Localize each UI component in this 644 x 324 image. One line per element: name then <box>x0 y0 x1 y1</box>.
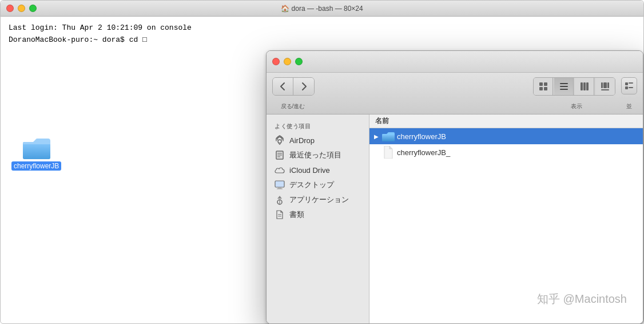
desktop-icon <box>275 180 285 190</box>
file-row-name-2: cherryflowerJB_ <box>397 148 450 157</box>
finder-window-buttons <box>272 58 303 65</box>
file-row-name-1: cherryflowerJB <box>397 132 446 141</box>
svg-rect-3 <box>544 82 547 86</box>
finder-forward-button[interactable] <box>293 78 314 95</box>
svg-rect-24 <box>277 156 280 157</box>
finder-maximize-button[interactable] <box>295 58 303 65</box>
sidebar-label-icloud: iCloud Drive <box>289 166 330 175</box>
svg-rect-23 <box>277 155 282 156</box>
sidebar-label-applications: アプリケーション <box>289 195 349 205</box>
sidebar-item-recent[interactable]: 最近使った項目 <box>267 148 369 163</box>
svg-rect-15 <box>601 89 609 90</box>
finder-toolbar: 戻る/進む 表示 並 <box>267 73 643 114</box>
file-row-expand-arrow: ▶ <box>374 133 382 140</box>
finder-toolbar-labels: 戻る/進む 表示 並 <box>267 102 643 114</box>
svg-rect-31 <box>278 216 281 216</box>
svg-rect-18 <box>629 82 633 84</box>
finder-arrange-label: 並 <box>621 102 637 110</box>
svg-rect-10 <box>583 82 586 90</box>
finder-column-view-button[interactable] <box>575 78 594 95</box>
svg-rect-6 <box>560 83 568 84</box>
airdrop-icon <box>275 135 285 145</box>
finder-view-buttons <box>533 77 615 96</box>
svg-rect-7 <box>560 86 568 87</box>
svg-rect-25 <box>275 181 284 187</box>
svg-rect-19 <box>629 87 633 88</box>
sidebar-item-airdrop[interactable]: AirDrop <box>267 133 369 148</box>
sidebar-label-recent: 最近使った項目 <box>289 150 341 160</box>
finder-back-button[interactable] <box>273 78 293 95</box>
svg-rect-5 <box>544 87 547 90</box>
finder-nav-buttons <box>272 77 315 96</box>
svg-rect-14 <box>607 82 609 88</box>
sidebar-section-label: よく使う項目 <box>267 120 369 133</box>
desktop-folder-label: cherryflowerJB <box>11 161 61 171</box>
finder-column-header-name: 名前 <box>369 114 643 128</box>
sidebar-label-desktop: デスクトップ <box>289 180 334 190</box>
finder-sidebar: よく使う項目 AirDrop <box>267 114 369 324</box>
finder-toolbar-main <box>267 73 643 102</box>
sidebar-item-documents[interactable]: 書類 <box>267 207 369 222</box>
svg-rect-11 <box>586 82 589 90</box>
icloud-icon <box>275 165 285 175</box>
finder-view-label: 表示 <box>538 102 615 110</box>
terminal-close-button[interactable] <box>6 5 14 12</box>
terminal-line-2: DoranoMacBook-puro:~ dora$ cd □ <box>9 34 635 46</box>
finder-gallery-view-button[interactable] <box>595 78 615 95</box>
file-row-cherryflowerjb-folder[interactable]: ▶ cherryflowerJB <box>369 128 643 144</box>
terminal-window-buttons <box>6 5 37 12</box>
terminal-body: Last login: Thu Apr 2 10:21:09 on consol… <box>1 17 643 52</box>
svg-rect-27 <box>277 188 283 189</box>
svg-rect-13 <box>603 82 607 88</box>
terminal-title: 🏠 dora — -bash — 80×24 <box>281 5 363 13</box>
svg-rect-8 <box>560 89 568 90</box>
svg-rect-30 <box>278 214 281 215</box>
document-file-icon <box>382 146 395 159</box>
svg-rect-9 <box>581 82 583 90</box>
svg-point-20 <box>278 140 281 143</box>
svg-rect-26 <box>278 187 281 188</box>
svg-rect-2 <box>539 82 543 86</box>
finder-arrange-button[interactable] <box>621 77 637 94</box>
applications-icon <box>275 195 285 205</box>
recent-icon <box>275 150 285 160</box>
finder-list-view-button[interactable] <box>554 78 574 95</box>
svg-rect-22 <box>277 153 282 154</box>
terminal-titlebar: 🏠 dora — -bash — 80×24 <box>1 1 643 17</box>
finder-icon-view-button[interactable] <box>534 78 553 95</box>
desktop-folder-item[interactable]: cherryflowerJB <box>11 137 61 171</box>
finder-titlebar <box>267 51 643 73</box>
sidebar-label-airdrop: AirDrop <box>289 136 315 145</box>
finder-minimize-button[interactable] <box>284 58 291 65</box>
svg-rect-17 <box>625 86 628 89</box>
finder-window: 戻る/進む 表示 並 よく使う項目 AirDrop <box>266 50 643 324</box>
sidebar-item-applications[interactable]: アプリケーション <box>267 192 369 207</box>
svg-rect-16 <box>625 82 628 85</box>
folder-icon <box>23 137 50 159</box>
finder-close-button[interactable] <box>272 58 280 65</box>
svg-rect-1 <box>23 142 50 159</box>
sidebar-item-desktop[interactable]: デスクトップ <box>267 177 369 192</box>
finder-nav-label: 戻る/進む <box>272 102 313 110</box>
folder-file-icon <box>382 130 395 143</box>
svg-rect-4 <box>539 87 543 90</box>
terminal-maximize-button[interactable] <box>29 5 37 12</box>
sidebar-item-icloud[interactable]: iCloud Drive <box>267 163 369 177</box>
terminal-minimize-button[interactable] <box>18 5 25 12</box>
documents-icon <box>275 210 285 220</box>
sidebar-label-documents: 書類 <box>289 210 304 220</box>
terminal-line-1: Last login: Thu Apr 2 10:21:09 on consol… <box>9 22 635 34</box>
file-row-cherryflowerjb-file[interactable]: ▶ cherryflowerJB_ <box>369 144 643 160</box>
watermark: 知乎 @Macintosh <box>537 291 627 307</box>
svg-rect-12 <box>601 82 603 88</box>
